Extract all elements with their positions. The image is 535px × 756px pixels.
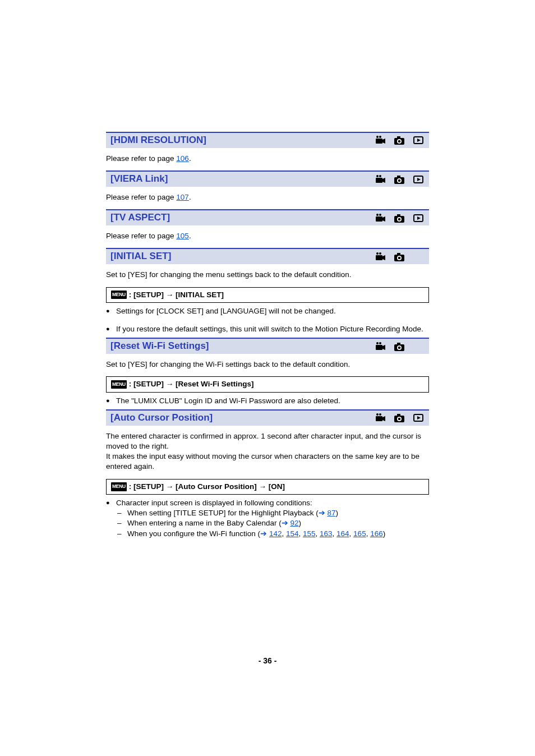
svg-rect-51 <box>397 414 400 416</box>
menu-path-text: : [SETUP] → [Auto Cursor Position] → [ON… <box>129 482 285 492</box>
svg-point-17 <box>398 179 401 182</box>
menu-path-resetwifi: MENU : [SETUP] → [Reset Wi-Fi Settings] <box>106 376 429 392</box>
bullet-resetwifi-1: ●The "LUMIX CLUB" Login ID and Wi-Fi Pas… <box>106 396 429 406</box>
menu-tag: MENU <box>111 482 127 491</box>
page-link-87[interactable]: 87 <box>327 509 335 517</box>
photo-icon <box>393 342 405 352</box>
bullet-initial-1: ●Settings for [CLOCK SET] and [LANGUAGE]… <box>106 306 429 316</box>
svg-rect-0 <box>376 139 382 144</box>
page-link-106[interactable]: 106 <box>176 154 189 163</box>
section-autocursor-header: [Auto Cursor Position] <box>106 409 429 426</box>
section-resetwifi-header: [Reset Wi-Fi Settings] <box>106 338 429 354</box>
svg-rect-35 <box>397 253 400 255</box>
photo-icon <box>393 413 405 423</box>
char-input-item-3: –When you configure the Wi-Fi function (… <box>127 529 429 539</box>
section-tvaspect-body: Please refer to page 105. <box>106 231 429 241</box>
svg-point-53 <box>398 418 401 421</box>
svg-rect-30 <box>376 255 382 260</box>
photo-icon <box>393 174 405 185</box>
svg-point-2 <box>376 136 379 138</box>
svg-point-33 <box>379 252 381 255</box>
char-input-item-2: –When entering a name in the Baby Calend… <box>127 518 429 528</box>
section-hdmi-icons <box>374 135 425 145</box>
section-autocursor-icons <box>374 413 425 423</box>
svg-point-7 <box>398 140 401 143</box>
photo-icon <box>393 135 405 145</box>
section-hdmi-header: [HDMI RESOLUTION] <box>106 132 429 148</box>
menu-path-text: : [SETUP] → [INITIAL SET] <box>129 290 224 300</box>
section-tvaspect-header: [TV ASPECT] <box>106 209 429 225</box>
svg-marker-29 <box>417 216 421 220</box>
page-link-142[interactable]: 142 <box>269 529 282 538</box>
page-link-163[interactable]: 163 <box>320 529 333 538</box>
video-icon <box>374 135 386 145</box>
svg-point-49 <box>379 413 381 416</box>
svg-point-37 <box>398 257 401 260</box>
menu-path-initial: MENU : [SETUP] → [INITIAL SET] <box>106 287 429 303</box>
page-link-107[interactable]: 107 <box>176 193 189 201</box>
page-link-105[interactable]: 105 <box>176 232 189 240</box>
play-icon <box>412 413 425 423</box>
menu-tag: MENU <box>111 291 127 299</box>
section-resetwifi-icons <box>374 342 425 352</box>
section-initial-header: [INITIAL SET] <box>106 248 429 264</box>
page-link-155[interactable]: 155 <box>303 529 316 538</box>
section-initial-icons <box>374 252 425 262</box>
video-icon <box>374 342 386 352</box>
svg-marker-11 <box>382 178 385 183</box>
menu-path-text: : [SETUP] → [Reset Wi-Fi Settings] <box>129 379 254 389</box>
svg-rect-20 <box>376 216 382 222</box>
svg-point-23 <box>379 214 381 216</box>
page-link-166[interactable]: 166 <box>370 529 383 538</box>
svg-marker-31 <box>382 255 385 260</box>
section-initial-intro: Set to [YES] for changing the menu setti… <box>106 270 429 280</box>
photo-icon <box>393 213 405 223</box>
svg-marker-1 <box>382 139 385 144</box>
video-icon <box>374 213 386 223</box>
svg-point-13 <box>379 175 381 177</box>
svg-point-48 <box>376 413 379 416</box>
svg-rect-46 <box>376 416 382 421</box>
svg-point-41 <box>379 342 381 344</box>
video-icon <box>374 174 386 185</box>
menu-tag: MENU <box>111 380 127 389</box>
svg-point-32 <box>376 252 379 255</box>
page-link-164[interactable]: 164 <box>336 529 349 538</box>
section-tvaspect-icons <box>374 213 425 223</box>
video-icon <box>374 413 386 423</box>
svg-point-12 <box>376 175 379 177</box>
svg-rect-10 <box>376 178 382 183</box>
svg-rect-5 <box>397 136 400 139</box>
page-link-165[interactable]: 165 <box>353 529 366 538</box>
svg-rect-25 <box>397 214 400 216</box>
char-input-item-1: –When setting [TITLE SETUP] for the High… <box>127 508 429 518</box>
section-autocursor-title: [Auto Cursor Position] <box>110 412 213 425</box>
svg-marker-21 <box>382 216 385 222</box>
section-viera-title: [VIERA Link] <box>110 173 168 186</box>
section-hdmi-title: [HDMI RESOLUTION] <box>110 134 206 147</box>
section-viera-body: Please refer to page 107. <box>106 192 429 202</box>
section-viera-header: [VIERA Link] <box>106 170 429 187</box>
svg-rect-43 <box>397 343 400 345</box>
section-hdmi-body: Please refer to page 106. <box>106 154 429 164</box>
play-icon <box>412 135 425 145</box>
svg-rect-15 <box>397 176 400 178</box>
menu-path-autocursor: MENU : [SETUP] → [Auto Cursor Position] … <box>106 479 429 495</box>
svg-point-22 <box>376 214 379 216</box>
svg-marker-39 <box>382 345 385 350</box>
svg-point-45 <box>398 346 401 349</box>
svg-rect-38 <box>376 345 382 350</box>
page-number: - 36 - <box>0 656 535 666</box>
svg-point-40 <box>376 342 379 344</box>
page-link-92[interactable]: 92 <box>290 519 298 527</box>
svg-marker-9 <box>417 139 421 142</box>
play-icon <box>412 213 425 223</box>
section-resetwifi-intro: Set to [YES] for changing the Wi-Fi sett… <box>106 359 429 370</box>
svg-point-27 <box>398 218 401 220</box>
photo-icon <box>393 252 405 262</box>
svg-marker-47 <box>382 416 385 421</box>
section-autocursor-intro: The entered character is confirmed in ap… <box>106 431 429 472</box>
svg-marker-19 <box>417 178 421 181</box>
page-link-154[interactable]: 154 <box>286 529 299 538</box>
video-icon <box>374 252 386 262</box>
